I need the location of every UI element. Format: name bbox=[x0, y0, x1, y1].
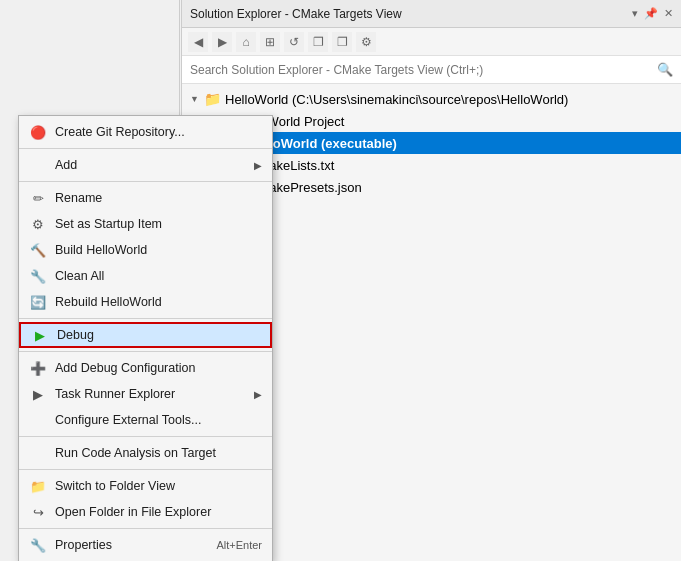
open-folder-icon: ↪ bbox=[29, 503, 47, 521]
menu-label-set-startup: Set as Startup Item bbox=[55, 217, 262, 231]
home-button[interactable]: ⌂ bbox=[236, 32, 256, 52]
refresh-button[interactable]: ↺ bbox=[284, 32, 304, 52]
menu-item-properties[interactable]: 🔧 Properties Alt+Enter bbox=[19, 532, 272, 558]
settings-button[interactable]: ⚙ bbox=[356, 32, 376, 52]
menu-item-create-git[interactable]: 🔴 Create Git Repository... bbox=[19, 119, 272, 145]
back-button[interactable]: ◀ bbox=[188, 32, 208, 52]
menu-label-add: Add bbox=[55, 158, 254, 172]
menu-label-run-code-analysis: Run Code Analysis on Target bbox=[55, 446, 262, 460]
paste-button[interactable]: ❐ bbox=[332, 32, 352, 52]
tree-item-helloworld-root[interactable]: ▼ 📁 HelloWorld (C:\Users\sinemakinci\sou… bbox=[182, 88, 681, 110]
menu-label-open-folder: Open Folder in File Explorer bbox=[55, 505, 262, 519]
task-icon: ▶ bbox=[29, 385, 47, 403]
menu-item-open-folder[interactable]: ↪ Open Folder in File Explorer bbox=[19, 499, 272, 525]
menu-label-configure-external: Configure External Tools... bbox=[55, 413, 262, 427]
separator-7 bbox=[19, 528, 272, 529]
startup-icon: ⚙ bbox=[29, 215, 47, 233]
menu-label-properties: Properties bbox=[55, 538, 216, 552]
separator-2 bbox=[19, 181, 272, 182]
folder-icon: 📁 bbox=[204, 91, 221, 107]
menu-item-run-code-analysis[interactable]: Run Code Analysis on Target bbox=[19, 440, 272, 466]
expand-arrow: ▼ bbox=[190, 94, 202, 104]
folder-view-icon: 📁 bbox=[29, 477, 47, 495]
menu-item-add-debug-config[interactable]: ➕ Add Debug Configuration bbox=[19, 355, 272, 381]
close-icon[interactable]: ✕ bbox=[664, 7, 673, 20]
menu-item-task-runner[interactable]: ▶ Task Runner Explorer ▶ bbox=[19, 381, 272, 407]
properties-shortcut: Alt+Enter bbox=[216, 539, 262, 551]
menu-label-rename: Rename bbox=[55, 191, 262, 205]
context-menu: 🔴 Create Git Repository... Add ▶ ✏ Renam… bbox=[18, 115, 273, 561]
menu-item-switch-folder[interactable]: 📁 Switch to Folder View bbox=[19, 473, 272, 499]
submenu-arrow: ▶ bbox=[254, 160, 262, 171]
menu-label-switch-folder: Switch to Folder View bbox=[55, 479, 262, 493]
menu-item-add[interactable]: Add ▶ bbox=[19, 152, 272, 178]
menu-label-build: Build HelloWorld bbox=[55, 243, 262, 257]
solution-explorer-titlebar: Solution Explorer - CMake Targets View ▾… bbox=[182, 0, 681, 28]
search-icon: 🔍 bbox=[657, 62, 673, 77]
menu-item-build[interactable]: 🔨 Build HelloWorld bbox=[19, 237, 272, 263]
menu-item-clean[interactable]: 🔧 Clean All bbox=[19, 263, 272, 289]
rebuild-icon: 🔄 bbox=[29, 293, 47, 311]
menu-item-configure-external[interactable]: Configure External Tools... bbox=[19, 407, 272, 433]
menu-item-debug[interactable]: ▶ Debug bbox=[19, 322, 272, 348]
menu-item-set-startup[interactable]: ⚙ Set as Startup Item bbox=[19, 211, 272, 237]
build-icon: 🔨 bbox=[29, 241, 47, 259]
debug-icon: ▶ bbox=[31, 326, 49, 344]
menu-item-rebuild[interactable]: 🔄 Rebuild HelloWorld bbox=[19, 289, 272, 315]
separator-5 bbox=[19, 436, 272, 437]
dropdown-icon[interactable]: ▾ bbox=[632, 7, 638, 20]
rename-icon: ✏ bbox=[29, 189, 47, 207]
toggle-button[interactable]: ⊞ bbox=[260, 32, 280, 52]
configure-icon bbox=[29, 411, 47, 429]
se-toolbar: ◀ ▶ ⌂ ⊞ ↺ ❐ ❐ ⚙ bbox=[182, 28, 681, 56]
menu-item-rename[interactable]: ✏ Rename bbox=[19, 185, 272, 211]
tree-item-label: HelloWorld (C:\Users\sinemakinci\source\… bbox=[225, 92, 568, 107]
git-icon: 🔴 bbox=[29, 123, 47, 141]
title-icons: ▾ 📌 ✕ bbox=[632, 7, 673, 20]
separator-3 bbox=[19, 318, 272, 319]
properties-icon: 🔧 bbox=[29, 536, 47, 554]
menu-label-add-debug-config: Add Debug Configuration bbox=[55, 361, 262, 375]
menu-label-rebuild: Rebuild HelloWorld bbox=[55, 295, 262, 309]
menu-label-create-git: Create Git Repository... bbox=[55, 125, 262, 139]
pin-icon[interactable]: 📌 bbox=[644, 7, 658, 20]
menu-label-task-runner: Task Runner Explorer bbox=[55, 387, 254, 401]
submenu-arrow: ▶ bbox=[254, 389, 262, 400]
forward-button[interactable]: ▶ bbox=[212, 32, 232, 52]
add-debug-icon: ➕ bbox=[29, 359, 47, 377]
se-search-bar[interactable]: 🔍 bbox=[182, 56, 681, 84]
analysis-icon bbox=[29, 444, 47, 462]
copy-button[interactable]: ❐ bbox=[308, 32, 328, 52]
separator-1 bbox=[19, 148, 272, 149]
menu-label-clean: Clean All bbox=[55, 269, 262, 283]
menu-label-debug: Debug bbox=[57, 328, 260, 342]
solution-explorer-title: Solution Explorer - CMake Targets View bbox=[190, 7, 402, 21]
add-icon bbox=[29, 156, 47, 174]
separator-6 bbox=[19, 469, 272, 470]
separator-4 bbox=[19, 351, 272, 352]
clean-icon: 🔧 bbox=[29, 267, 47, 285]
search-input[interactable] bbox=[190, 63, 657, 77]
